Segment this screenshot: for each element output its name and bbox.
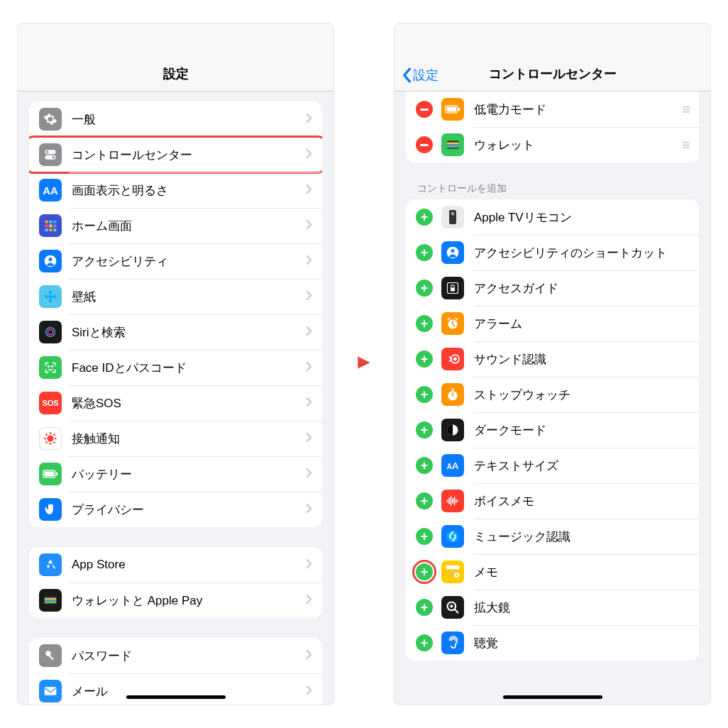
chevron-right-icon [306,468,312,481]
svg-point-17 [49,299,53,302]
row-label: ウォレットと Apple Pay [72,592,306,609]
svg-rect-43 [45,687,57,695]
remote-icon [441,206,464,228]
more-control-row[interactable]: + メモ [406,554,699,590]
control-label: Apple TVリモコン [474,209,689,226]
add-button[interactable]: + [416,315,433,332]
control-label: サウンド認識 [474,351,689,368]
svg-rect-5 [49,221,52,224]
home-indicator[interactable] [126,695,226,699]
more-control-row[interactable]: + アクセシビリティのショートカット [406,235,699,270]
more-control-row[interactable]: + サウンド認識 [406,341,699,377]
more-control-row[interactable]: + ダークモード [406,412,699,448]
remove-button[interactable] [416,101,433,118]
key-icon [39,644,62,667]
toggles-icon [39,143,62,166]
settings-row[interactable]: Siriと検索 [29,314,322,350]
row-label: 壁紙 [72,289,306,305]
svg-point-28 [44,438,46,440]
add-button[interactable]: + [416,280,433,297]
more-control-row[interactable]: + ボイスメモ [406,483,699,519]
home-indicator[interactable] [503,695,602,699]
settings-row[interactable]: アクセシビリティ [29,243,322,279]
svg-point-16 [49,291,53,294]
more-control-row[interactable]: + ストップウォッチ [406,377,699,412]
more-control-row[interactable]: + アラーム [406,306,699,341]
add-button[interactable]: + [416,421,433,439]
add-button[interactable]: + [416,492,433,509]
remove-button[interactable] [416,136,433,153]
settings-row[interactable]: パスワード [29,638,322,673]
drag-handle-icon[interactable]: ≡ [682,101,689,118]
settings-row[interactable]: 接触通知 [29,421,322,456]
add-button[interactable]: + [416,528,433,545]
alarm-icon [441,312,464,335]
add-button[interactable]: + [416,351,433,368]
drag-handle-icon[interactable]: ≡ [682,137,689,153]
svg-rect-12 [53,228,56,231]
svg-rect-71 [458,500,459,502]
settings-row[interactable]: ホーム画面 [29,208,322,243]
svg-point-15 [49,295,53,299]
back-button[interactable]: 設定 [402,67,439,84]
more-control-row[interactable]: + ミュージック認識 [406,519,699,554]
virus-icon [39,427,62,450]
control-label: アラーム [474,316,689,332]
page-title: 設定 [163,65,189,82]
settings-row[interactable]: 一般 [29,101,322,137]
chevron-right-icon [306,594,312,607]
more-control-row[interactable]: + 聴覚 [406,625,699,661]
svg-point-30 [45,434,48,436]
settings-row[interactable]: AA 画面表示と明るさ [29,172,322,208]
chevron-right-icon [306,113,312,126]
row-label: ホーム画面 [72,218,306,234]
hand-icon [39,498,62,521]
more-control-row[interactable]: + AA テキストサイズ [406,448,699,483]
aA-icon: AA [441,454,464,477]
stopwatch-icon [441,383,464,406]
add-button[interactable]: + [416,244,433,261]
settings-group: 一般 コントロールセンター AA 画面表示と明るさ ホーム画面 アクセシビリティ… [29,101,322,527]
control-center-list[interactable]: 低電力モード ≡ ウォレット ≡ コントロールを追加 + Apple TVリモコ… [395,92,710,705]
settings-row[interactable]: App Store [29,547,322,583]
settings-row[interactable]: プライバシー [29,492,322,527]
add-button[interactable]: + [416,209,433,226]
svg-point-32 [45,441,48,443]
more-control-row[interactable]: + Apple TVリモコン [406,199,699,235]
settings-row[interactable]: コントロールセンター [29,137,322,172]
svg-point-31 [53,434,55,436]
svg-point-56 [451,249,455,253]
svg-rect-6 [53,221,56,224]
row-label: Face IDとパスコード [72,360,306,376]
svg-line-79 [455,610,458,612]
add-button[interactable]: + [416,563,433,580]
settings-row[interactable]: メール [29,673,322,705]
add-button[interactable]: + [416,386,433,403]
settings-row[interactable]: 壁紙 [29,279,322,314]
add-button[interactable]: + [416,634,433,651]
included-control-row[interactable]: ウォレット ≡ [406,127,699,162]
svg-rect-7 [45,224,48,227]
svg-rect-8 [49,224,52,227]
siri-icon [39,321,62,343]
svg-rect-68 [452,499,453,504]
mail-icon [39,680,62,702]
more-control-row[interactable]: + 拡大鏡 [406,590,699,625]
add-button[interactable]: + [416,457,433,474]
add-button[interactable]: + [416,599,433,616]
more-controls-group: + Apple TVリモコン + アクセシビリティのショートカット + アクセス… [406,199,699,661]
settings-row[interactable]: ウォレットと Apple Pay [29,583,322,618]
svg-rect-47 [458,107,460,111]
more-control-row[interactable]: + アクセスガイド [406,270,699,306]
settings-row[interactable]: Face IDとパスコード [29,350,322,385]
SOS-icon: SOS [39,392,62,414]
arrow-right-icon [355,352,373,376]
svg-point-26 [50,432,52,434]
settings-row[interactable]: バッテリー [29,456,322,492]
row-label: プライバシー [72,502,306,518]
included-control-row[interactable]: 低電力モード ≡ [406,92,699,127]
chevron-right-icon [306,397,312,410]
settings-row[interactable]: SOS 緊急SOS [29,385,322,421]
settings-list[interactable]: 一般 コントロールセンター AA 画面表示と明るさ ホーム画面 アクセシビリティ… [18,92,333,705]
battery-icon [441,98,464,121]
